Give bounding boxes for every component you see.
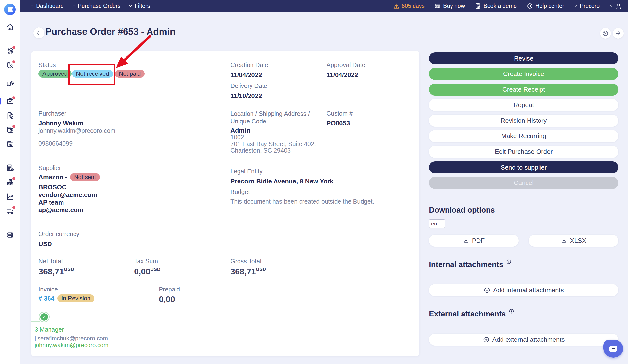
- download-xlsx-label: XLSX: [570, 237, 586, 244]
- external-attachments-heading: External attachments: [429, 310, 514, 318]
- annotation-highlight-box: [68, 64, 115, 85]
- chat-launcher[interactable]: [604, 340, 623, 358]
- chevron-down-icon: [574, 4, 577, 8]
- sidebar-item-approvals[interactable]: [6, 61, 14, 69]
- sidebar-item-payments[interactable]: [6, 140, 14, 148]
- book-demo-button[interactable]: Book a demo: [474, 3, 517, 9]
- top-navigation-bar: Dashboard Purchase Orders Filters 605 da…: [20, 0, 628, 12]
- location-name: Admin: [231, 127, 250, 134]
- sidebar-item-suppliers[interactable]: [6, 207, 14, 215]
- supplier-line: vendor@acme.com: [38, 191, 97, 199]
- purchaser-email: johnny.wakim@precoro.com: [38, 127, 115, 134]
- info-icon[interactable]: [509, 309, 514, 314]
- download-icon: [561, 238, 567, 244]
- sidebar-item-budgets[interactable]: [6, 164, 14, 172]
- nav-purchase-orders[interactable]: Purchase Orders: [72, 3, 121, 9]
- supplier-name-row: Amazon - Not sent: [38, 173, 100, 181]
- location-label: Location / Shipping Address / Unique Cod…: [231, 110, 321, 125]
- supplier-label: Supplier: [38, 164, 61, 172]
- purchaser-name: Johnny Wakim: [38, 120, 83, 127]
- supplier-not-sent-badge: Not sent: [70, 173, 100, 181]
- sidebar-item-inventory[interactable]: [6, 178, 14, 186]
- creation-date-value: 11/04/2022: [231, 71, 262, 79]
- invoice-status-badge: In Revision: [57, 295, 94, 302]
- chat-bubble-icon: [609, 346, 618, 352]
- add-internal-attachments-button[interactable]: Add internal attachments: [429, 284, 619, 296]
- download-pdf-button[interactable]: PDF: [429, 235, 519, 247]
- sidebar-divider: [5, 156, 15, 156]
- plus-circle-icon: [484, 287, 490, 294]
- trial-days-warning[interactable]: 605 days: [393, 3, 425, 9]
- trial-days-label: 605 days: [402, 3, 425, 9]
- sidebar-item-home[interactable]: [6, 23, 14, 32]
- add-external-attachments-label: Add external attachments: [492, 336, 565, 343]
- help-center-button[interactable]: Help center: [527, 3, 564, 9]
- notification-dot: [12, 125, 15, 128]
- purchaser-label: Purchaser: [38, 110, 67, 117]
- circle-x-icon: [602, 30, 609, 37]
- cancel-button[interactable]: Cancel: [429, 177, 619, 189]
- precoro-logo[interactable]: [4, 4, 16, 15]
- back-button[interactable]: [33, 27, 44, 38]
- repeat-button[interactable]: Repeat: [429, 99, 619, 111]
- create-receipt-button[interactable]: Create Receipt: [429, 83, 619, 96]
- info-icon[interactable]: [506, 259, 511, 264]
- notification-dot: [12, 46, 15, 49]
- purchase-order-summary-card: Status Approved Not received Not paid Cr…: [31, 51, 419, 356]
- approval-step-name: 3 Manager: [35, 326, 64, 333]
- buy-now-button[interactable]: Buy now: [434, 3, 465, 9]
- document-check-icon: [6, 112, 14, 120]
- nav-dashboard[interactable]: Dashboard: [30, 3, 64, 9]
- approver-email-approved: johnny.wakim@precoro.com: [35, 342, 108, 349]
- arrow-left-icon: [36, 30, 42, 36]
- edit-purchase-order-button[interactable]: Edit Purchase Order: [429, 146, 619, 158]
- close-document-button[interactable]: [600, 28, 611, 39]
- active-item-indicator: [0, 98, 1, 105]
- notification-dot: [12, 177, 15, 180]
- user-menu[interactable]: [609, 3, 622, 9]
- revise-button[interactable]: Revise: [429, 53, 619, 64]
- invoice-number-link[interactable]: # 364: [38, 295, 54, 302]
- nav-dashboard-label: Dashboard: [36, 3, 64, 9]
- calculator-icon: [474, 3, 481, 9]
- chevron-down-icon: [129, 4, 132, 8]
- sidebar-item-invoices[interactable]: [6, 125, 14, 134]
- precoro-purchase-order-page: Dashboard Purchase Orders Filters 605 da…: [0, 0, 628, 364]
- left-sidebar: [0, 0, 20, 364]
- sidebar-item-purchase-orders[interactable]: [6, 97, 14, 106]
- approval-date-label: Approval Date: [326, 61, 365, 68]
- sidebar-divider: [5, 223, 15, 223]
- order-currency-value: USD: [38, 240, 52, 248]
- org-name-label: Precoro: [580, 3, 600, 9]
- send-to-supplier-button[interactable]: Send to supplier: [429, 161, 619, 174]
- calculator-coins-icon: [6, 164, 14, 172]
- notification-dot: [12, 206, 15, 209]
- book-demo-label: Book a demo: [483, 3, 517, 9]
- sidebar-item-settings[interactable]: [6, 231, 14, 239]
- create-invoice-button[interactable]: Create Invoice: [429, 68, 619, 80]
- make-recurring-button[interactable]: Make Recurring: [429, 130, 619, 142]
- tax-sum-value: 0,00USD: [134, 267, 160, 276]
- add-external-attachments-button[interactable]: Add external attachments: [429, 334, 619, 346]
- revision-history-button[interactable]: Revision History: [429, 115, 619, 127]
- tax-sum-label: Tax Sum: [134, 258, 158, 265]
- next-document-button[interactable]: [613, 28, 624, 39]
- truck-search-icon: [6, 79, 14, 88]
- page-title: Purchase Order #653 - Admin: [45, 26, 175, 37]
- nav-filters[interactable]: Filters: [129, 3, 150, 9]
- chevron-down-icon: [72, 4, 76, 8]
- org-switcher[interactable]: Precoro: [574, 3, 600, 9]
- download-language-input[interactable]: [429, 220, 445, 228]
- sidebar-item-reports[interactable]: [6, 192, 14, 201]
- prepaid-value: 0,00: [159, 295, 175, 304]
- check-circle-icon: [40, 313, 48, 321]
- user-icon: [615, 3, 622, 9]
- home-icon: [6, 23, 14, 32]
- sidebar-item-receipts[interactable]: [6, 112, 14, 120]
- download-xlsx-button[interactable]: XLSX: [529, 235, 619, 247]
- invoice-row: # 364 In Revision: [38, 295, 94, 302]
- sidebar-item-receiving[interactable]: [6, 79, 14, 88]
- supplier-line: BROSOC: [38, 183, 67, 191]
- budget-note: This document has been created outside t…: [231, 198, 374, 205]
- sidebar-item-procurement[interactable]: [6, 47, 14, 55]
